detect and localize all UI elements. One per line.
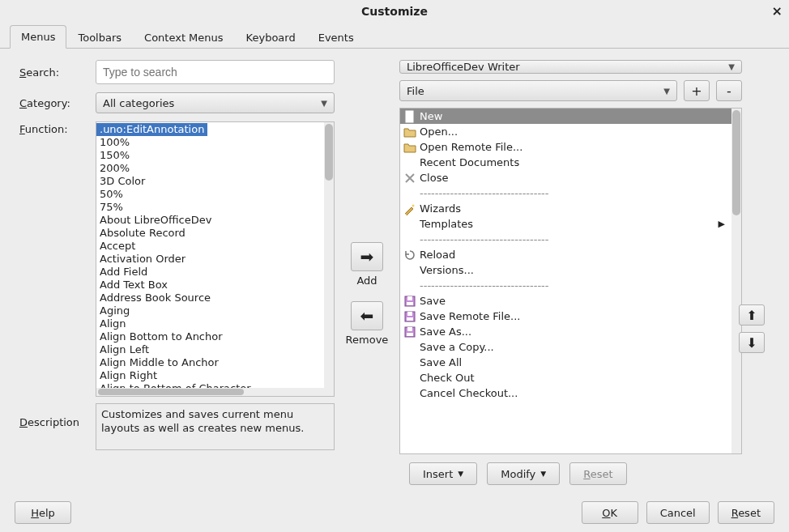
remove-label: Remove: [346, 334, 389, 346]
function-item[interactable]: 200%: [96, 162, 334, 175]
tab-menus[interactable]: Menus: [10, 25, 66, 49]
move-down-button[interactable]: ⬇: [739, 332, 765, 353]
menu-item[interactable]: Save All: [400, 355, 741, 370]
function-item[interactable]: About LibreOfficeDev: [96, 214, 334, 227]
function-item[interactable]: Align Bottom to Anchor: [96, 330, 334, 343]
menu-item[interactable]: Open Remote File...: [400, 139, 741, 155]
function-item[interactable]: 75%: [96, 201, 334, 214]
function-item[interactable]: Add Field: [96, 266, 334, 279]
search-label: Search:: [15, 66, 96, 79]
wizard-icon: [403, 202, 416, 215]
description-label: Description: [15, 403, 96, 450]
scope-value: LibreOfficeDev Writer: [407, 61, 520, 73]
footer-reset-button[interactable]: Reset: [718, 501, 774, 524]
svg-rect-4: [407, 302, 413, 305]
ok-button[interactable]: OK: [582, 501, 638, 524]
menu-separator[interactable]: ----------------------------------: [400, 232, 741, 247]
menu-item[interactable]: Open...: [400, 124, 741, 139]
menu-item[interactable]: Recent Documents: [400, 155, 741, 170]
function-item[interactable]: Absolute Record: [96, 227, 334, 240]
blank-icon: [403, 218, 416, 231]
menu-separator[interactable]: ----------------------------------: [400, 185, 741, 201]
function-item[interactable]: Activation Order: [96, 253, 334, 266]
menu-item-label: Save Remote File...: [420, 310, 520, 322]
menu-items-tree[interactable]: NewOpen...Open Remote File...Recent Docu…: [399, 108, 742, 454]
blank-icon: [403, 387, 416, 400]
function-item[interactable]: Align Middle to Anchor: [96, 356, 334, 369]
scope-combo[interactable]: LibreOfficeDev Writer ▼: [399, 60, 742, 74]
scrollbar-vertical[interactable]: [731, 109, 741, 453]
menu-separator[interactable]: ----------------------------------: [400, 278, 741, 293]
function-item[interactable]: Align Right: [96, 369, 334, 382]
function-item[interactable]: Accept: [96, 240, 334, 253]
insert-button[interactable]: Insert ▼: [409, 462, 477, 485]
function-item[interactable]: 3D Color: [96, 175, 334, 188]
function-item[interactable]: Add Text Box: [96, 279, 334, 292]
svg-rect-9: [407, 327, 412, 331]
category-combo[interactable]: All categories ▼: [96, 92, 335, 113]
close-icon[interactable]: ×: [772, 3, 783, 19]
move-up-button[interactable]: ⬆: [739, 304, 765, 326]
cancel-button[interactable]: Cancel: [646, 501, 710, 524]
menu-item[interactable]: Save: [400, 293, 741, 309]
menu-item[interactable]: Versions...: [400, 262, 741, 278]
tab-context-menus[interactable]: Context Menus: [133, 26, 235, 49]
menu-value: File: [407, 85, 424, 97]
function-item[interactable]: Align Left: [96, 343, 334, 356]
menu-item[interactable]: Wizards: [400, 201, 741, 216]
function-item[interactable]: 50%: [96, 188, 334, 201]
menu-combo[interactable]: File ▼: [399, 80, 677, 101]
function-item[interactable]: Aging: [96, 304, 334, 317]
delete-menu-button[interactable]: -: [716, 80, 742, 101]
tab-keyboard[interactable]: Keyboard: [235, 26, 307, 49]
remove-button[interactable]: ⬅: [351, 301, 383, 330]
category-value: All categories: [103, 97, 174, 109]
menu-item[interactable]: Templates▶: [400, 216, 741, 232]
tab-row: Menus Toolbars Context Menus Keyboard Ev…: [0, 23, 789, 49]
scrollbar-vertical[interactable]: [324, 122, 334, 396]
svg-point-1: [412, 204, 415, 206]
function-item[interactable]: 150%: [96, 149, 334, 162]
menu-item-label: Reload: [420, 249, 455, 261]
menu-item-label: Close: [420, 172, 448, 184]
add-menu-button[interactable]: +: [684, 80, 710, 101]
menu-item[interactable]: Reload: [400, 247, 741, 262]
help-button[interactable]: Help: [15, 501, 71, 524]
scrollbar-horizontal[interactable]: [96, 388, 324, 396]
menu-item[interactable]: New: [400, 109, 741, 124]
tab-events[interactable]: Events: [307, 26, 365, 49]
function-item[interactable]: .uno:EditAnnotation: [96, 123, 207, 136]
function-item[interactable]: 100%: [96, 136, 334, 149]
menu-item[interactable]: Save As...: [400, 324, 741, 339]
close-x-icon: [403, 172, 416, 185]
menu-item-label: Templates: [420, 218, 473, 230]
function-item[interactable]: Address Book Source: [96, 292, 334, 304]
chevron-down-icon: ▼: [663, 87, 670, 96]
window-title: Customize: [361, 5, 428, 18]
search-input[interactable]: [96, 60, 335, 84]
arrow-left-icon: ⬅: [360, 306, 374, 326]
doc-new-icon: [403, 110, 416, 123]
menu-item[interactable]: Cancel Checkout...: [400, 385, 741, 401]
menu-item[interactable]: Check Out: [400, 370, 741, 385]
function-item[interactable]: Align: [96, 317, 334, 330]
save-remote-icon: [403, 310, 416, 323]
chevron-down-icon: ▼: [458, 470, 463, 478]
menu-item-label: Check Out: [420, 372, 475, 384]
function-list[interactable]: .uno:EditAnnotation100%150%200%3D Color5…: [96, 121, 335, 397]
add-label: Add: [356, 275, 377, 287]
add-button[interactable]: ➡: [351, 242, 383, 271]
menu-item[interactable]: Close: [400, 170, 741, 185]
chevron-down-icon: ▼: [728, 62, 735, 71]
chevron-down-icon: ▼: [540, 470, 546, 478]
menu-item-label: Open Remote File...: [420, 141, 522, 153]
reset-button[interactable]: Reset: [569, 462, 626, 485]
menu-item-label: Save: [420, 295, 446, 307]
function-label: Function:: [15, 121, 96, 397]
menu-item[interactable]: Save a Copy...: [400, 339, 741, 355]
modify-button[interactable]: Modify ▼: [487, 462, 560, 485]
menu-item[interactable]: Save Remote File...: [400, 309, 741, 324]
menu-item-label: Save All: [420, 356, 462, 368]
tab-toolbars[interactable]: Toolbars: [66, 26, 133, 49]
folder-open-icon: [403, 126, 416, 138]
